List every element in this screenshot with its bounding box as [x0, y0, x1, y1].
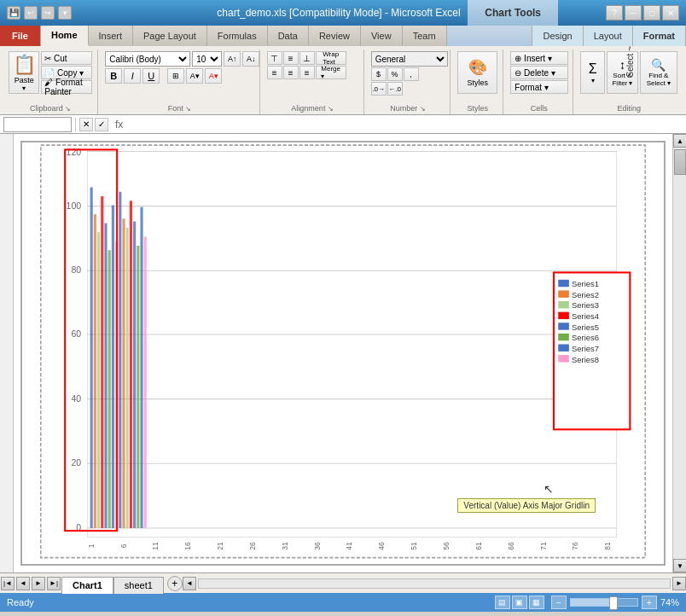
svg-text:36: 36 — [313, 542, 322, 550]
percent-button[interactable]: $ — [371, 67, 387, 81]
border-button[interactable]: ⊞ — [167, 68, 184, 84]
align-top-button[interactable]: ⊤ — [267, 51, 282, 65]
sheet-tab-sheet1[interactable]: sheet1 — [113, 577, 164, 594]
decrease-decimal-button[interactable]: ←.0 — [387, 82, 403, 96]
sheet-navigation: |◄ ◄ ► ►| — [0, 573, 61, 594]
font-size-select[interactable]: 10 — [192, 51, 222, 67]
save-icon[interactable]: 💾 — [7, 6, 20, 20]
align-left-button[interactable]: ≡ — [267, 66, 282, 79]
ribbon-group-alignment: ⊤ ≡ ⊥ WrapText ≡ ≡ ≡ Merge▾ Alignment ↘ — [262, 49, 364, 114]
horizontal-scrollbar[interactable]: ◄ ► — [183, 577, 686, 590]
scroll-thumb[interactable] — [674, 149, 686, 175]
help-button[interactable]: ? — [606, 5, 623, 20]
confirm-formula-button[interactable]: ✓ — [95, 118, 108, 131]
page-layout-view-button[interactable]: ▣ — [512, 596, 527, 609]
scroll-track[interactable] — [673, 148, 686, 559]
zoom-controls: − + 74% — [551, 596, 679, 609]
font-color-button[interactable]: A▾ — [205, 68, 222, 84]
align-middle-button[interactable]: ≡ — [283, 51, 299, 65]
bold-button[interactable]: B — [105, 68, 122, 84]
number-format-select[interactable]: General — [371, 51, 448, 67]
wrap-text-button[interactable]: WrapText — [316, 51, 346, 65]
sheet-nav-last[interactable]: ►| — [47, 577, 61, 590]
name-box[interactable] — [3, 117, 72, 132]
svg-text:40: 40 — [71, 393, 81, 404]
tab-review[interactable]: Review — [309, 26, 361, 46]
window-controls[interactable]: ? ─ □ ✕ — [606, 5, 679, 20]
ribbon-group-clipboard: 📋 Paste ▾ ✂ Cut 📄 Copy ▾ 🖌 Format Painte… — [3, 49, 98, 114]
title-bar-quick-access[interactable]: 💾 ↩ ↪ ▾ — [7, 6, 72, 20]
align-bottom-button[interactable]: ⊥ — [299, 51, 315, 65]
zoom-slider[interactable] — [570, 598, 638, 607]
sum-button[interactable]: Σ ▾ — [580, 51, 605, 94]
chart-frame: 0 20 40 60 80 100 120 — [20, 141, 666, 566]
tab-design[interactable]: Design — [532, 26, 583, 46]
sheet-nav-next[interactable]: ► — [32, 577, 45, 590]
tab-view[interactable]: View — [361, 26, 403, 46]
cells-buttons: ⊕ Insert ▾ ⊖ Delete ▾ Format ▾ — [510, 51, 568, 94]
maximize-button[interactable]: □ — [643, 5, 660, 20]
italic-button[interactable]: I — [124, 68, 141, 84]
fill-color-button[interactable]: A▾ — [186, 68, 203, 84]
add-sheet-button[interactable]: + — [167, 576, 183, 591]
tab-team[interactable]: Team — [403, 26, 447, 46]
page-break-view-button[interactable]: ▦ — [529, 596, 544, 609]
format-button[interactable]: Format ▾ — [510, 80, 568, 94]
svg-text:Series7: Series7 — [572, 344, 599, 353]
sheet-nav-prev[interactable]: ◄ — [16, 577, 30, 590]
tab-home[interactable]: Home — [41, 26, 89, 46]
find-select-button[interactable]: 🔍 Find &Select ▾ — [640, 51, 677, 94]
svg-rect-19 — [104, 224, 107, 528]
undo-icon[interactable]: ↩ — [24, 6, 38, 20]
tab-format[interactable]: Format — [633, 26, 686, 46]
paste-button[interactable]: 📋 Paste ▾ — [9, 51, 39, 94]
h-scroll-track[interactable] — [198, 578, 671, 589]
svg-rect-23 — [119, 192, 121, 528]
increase-font-btn[interactable]: A↑ — [224, 51, 241, 67]
zoom-out-button[interactable]: − — [551, 596, 567, 609]
close-button[interactable]: ✕ — [662, 5, 679, 20]
redo-icon[interactable]: ↪ — [41, 6, 55, 20]
svg-text:Series3: Series3 — [572, 300, 599, 310]
chart-container[interactable]: 0 20 40 60 80 100 120 — [14, 134, 672, 572]
tab-data[interactable]: Data — [268, 26, 309, 46]
scroll-left-button[interactable]: ◄ — [183, 577, 196, 590]
formula-input[interactable] — [130, 117, 683, 132]
tab-formulas[interactable]: Formulas — [207, 26, 268, 46]
comma-button[interactable]: % — [387, 67, 403, 81]
tab-layout[interactable]: Layout — [584, 26, 633, 46]
tab-insert[interactable]: Insert — [89, 26, 134, 46]
sheet-nav-first[interactable]: |◄ — [1, 577, 15, 590]
font-controls: Calibri (Body) 10 A↑ A↓ B I U ⊞ — [105, 51, 259, 84]
decrease-font-btn[interactable]: A↓ — [242, 51, 259, 67]
dollar-button[interactable]: , — [404, 67, 419, 81]
vertical-scrollbar[interactable]: ▲ ▼ — [672, 134, 686, 572]
align-center-button[interactable]: ≡ — [283, 66, 299, 79]
customize-icon[interactable]: ▾ — [58, 6, 72, 20]
svg-rect-27 — [133, 221, 136, 527]
scroll-down-button[interactable]: ▼ — [673, 559, 686, 572]
minimize-button[interactable]: ─ — [625, 5, 642, 20]
number-buttons-row2: .0→ ←.0 — [371, 82, 448, 96]
svg-rect-21 — [112, 206, 114, 528]
svg-text:Series5: Series5 — [572, 323, 599, 332]
scroll-right-button[interactable]: ► — [672, 577, 686, 590]
increase-decimal-button[interactable]: .0→ — [371, 82, 387, 96]
styles-button[interactable]: 🎨 Styles — [457, 51, 497, 94]
sheet-tab-chart1[interactable]: Chart1 — [61, 577, 113, 594]
scroll-up-button[interactable]: ▲ — [673, 134, 686, 148]
styles-label: Styles — [452, 104, 503, 113]
tab-file[interactable]: File — [0, 26, 41, 46]
merge-center-button[interactable]: Merge▾ — [316, 66, 346, 79]
insert-button[interactable]: ⊕ Insert ▾ — [510, 51, 568, 65]
cut-button[interactable]: ✂ Cut — [41, 51, 92, 65]
cancel-formula-button[interactable]: ✕ — [79, 118, 93, 131]
delete-button[interactable]: ⊖ Delete ▾ — [510, 66, 568, 79]
align-right-button[interactable]: ≡ — [299, 66, 315, 79]
format-painter-button[interactable]: 🖌 Format Painter — [41, 80, 92, 94]
tab-page-layout[interactable]: Page Layout — [133, 26, 207, 46]
normal-view-button[interactable]: ▤ — [495, 596, 510, 609]
font-name-select[interactable]: Calibri (Body) — [105, 51, 190, 67]
underline-button[interactable]: U — [142, 68, 160, 84]
zoom-in-button[interactable]: + — [642, 596, 657, 609]
